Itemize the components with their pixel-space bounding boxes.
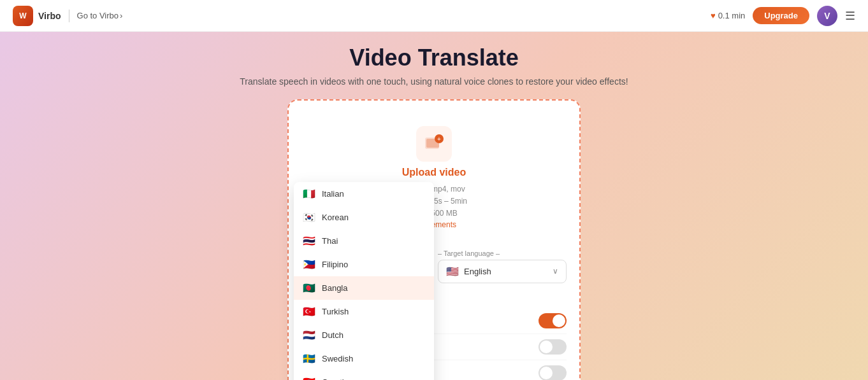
- flag-dutch: 🇳🇱: [303, 329, 315, 341]
- goto-virbo-link[interactable]: Go to Virbo ›: [77, 11, 123, 20]
- lang-label-italian: Italian: [322, 189, 344, 199]
- lang-label-thai: Thai: [322, 236, 338, 246]
- lang-label-korean: Korean: [322, 213, 349, 222]
- target-lang-col: – Target language – 🇺🇸 English ∨: [438, 250, 567, 283]
- upload-icon-wrap: +: [416, 126, 452, 162]
- lang-label-filipino: Filipino: [322, 260, 348, 269]
- subtitle-toggle[interactable]: [539, 339, 567, 355]
- proofread-toggle[interactable]: [539, 365, 567, 380]
- flag-thai: 🇹🇭: [303, 235, 315, 247]
- dropdown-item-swedish[interactable]: 🇸🇪 Swedish: [294, 347, 434, 370]
- dropdown-item-thai[interactable]: 🇹🇭 Thai: [294, 229, 434, 253]
- dropdown-item-filipino[interactable]: 🇵🇭 Filipino: [294, 253, 434, 276]
- lang-label-bangla: Bangla: [322, 283, 347, 293]
- logo-icon: W: [13, 6, 33, 26]
- lang-label-swedish: Swedish: [322, 354, 353, 363]
- language-dropdown: 🇮🇹 Italian 🇰🇷 Korean 🇹🇭 Thai 🇵🇭 Filipino…: [294, 182, 434, 380]
- target-lang-label: – Target language –: [438, 250, 567, 257]
- flag-italian: 🇮🇹: [303, 188, 315, 200]
- target-lang-flag: 🇺🇸: [446, 265, 459, 278]
- flag-swedish: 🇸🇪: [303, 353, 315, 365]
- upload-video-icon: +: [424, 134, 444, 154]
- lipsync-toggle[interactable]: [539, 313, 567, 328]
- flag-korean: 🇰🇷: [303, 211, 315, 223]
- lipsync-toggle-knob: [553, 314, 565, 327]
- dropdown-item-croatian[interactable]: 🇭🇷 Croatian: [294, 370, 434, 380]
- hamburger-menu-icon[interactable]: ☰: [845, 9, 855, 23]
- dropdown-item-italian[interactable]: 🇮🇹 Italian: [294, 182, 434, 206]
- upload-title: Upload video: [402, 167, 466, 178]
- flag-turkish: 🇹🇷: [303, 306, 315, 318]
- proofread-toggle-knob: [540, 367, 553, 379]
- target-lang-select[interactable]: 🇺🇸 English ∨: [438, 260, 567, 283]
- target-lang-name: English: [464, 267, 547, 276]
- flag-filipino: 🇵🇭: [303, 258, 315, 271]
- lang-label-croatian: Croatian: [322, 377, 353, 380]
- main-content: Video Translate Translate speech in vide…: [0, 32, 868, 380]
- dropdown-item-korean[interactable]: 🇰🇷 Korean: [294, 206, 434, 229]
- lang-label-dutch: Dutch: [322, 330, 344, 340]
- header-divider: [69, 10, 69, 22]
- page-subtitle: Translate speech in videos with one touc…: [240, 76, 628, 87]
- card-wrapper: 🇮🇹 Italian 🇰🇷 Korean 🇹🇭 Thai 🇵🇭 Filipino…: [287, 99, 581, 380]
- heart-icon: ♥: [711, 11, 716, 20]
- dropdown-item-bangla[interactable]: 🇧🇩 Bangla: [294, 276, 434, 300]
- chevron-right-icon: ›: [120, 11, 122, 20]
- upgrade-button[interactable]: Upgrade: [753, 7, 809, 24]
- header-right: ♥ 0.1 min Upgrade V ☰: [711, 6, 855, 26]
- subtitle-toggle-knob: [540, 341, 553, 353]
- svg-text:+: +: [437, 136, 441, 143]
- dropdown-item-dutch[interactable]: 🇳🇱 Dutch: [294, 323, 434, 347]
- flag-croatian: 🇭🇷: [303, 376, 315, 380]
- dropdown-item-turkish[interactable]: 🇹🇷 Turkish: [294, 300, 434, 323]
- app-header: W Virbo Go to Virbo › ♥ 0.1 min Upgrade …: [0, 0, 868, 32]
- logo-text: Virbo: [38, 11, 61, 21]
- page-title: Video Translate: [349, 45, 518, 71]
- lang-label-turkish: Turkish: [322, 307, 349, 316]
- time-badge: ♥ 0.1 min: [711, 11, 745, 20]
- avatar: V: [817, 6, 837, 26]
- target-lang-chevron-down-icon: ∨: [553, 267, 558, 276]
- logo-area: W Virbo: [13, 6, 61, 26]
- flag-bangla: 🇧🇩: [303, 282, 315, 294]
